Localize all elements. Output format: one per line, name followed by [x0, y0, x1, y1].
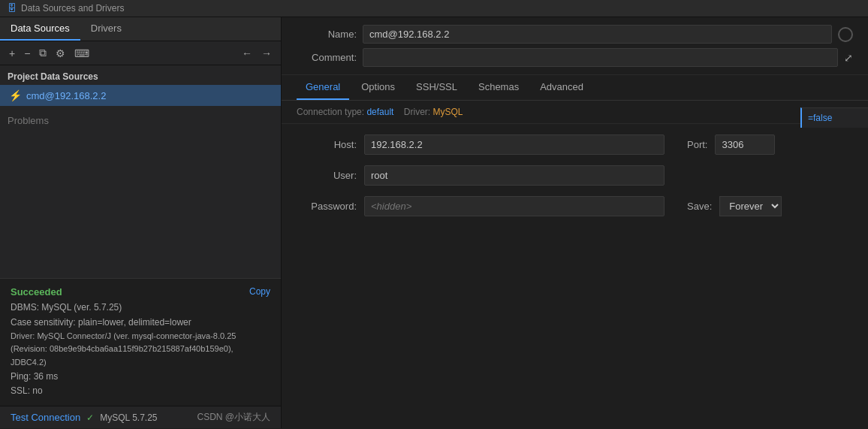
host-input[interactable]	[364, 134, 665, 155]
user-input[interactable]	[364, 165, 665, 186]
tab-schemas[interactable]: Schemas	[469, 75, 528, 100]
save-select[interactable]: Forever	[719, 196, 782, 216]
tab-drivers[interactable]: Drivers	[80, 17, 132, 41]
problems-section: Problems	[0, 106, 281, 135]
form-header: Name: Comment: ⤢	[282, 17, 868, 75]
window-title-bar: 🗄 Data Sources and Drivers	[0, 0, 868, 17]
case-sensitivity-line: Case sensitivity: plain=lower, delimited…	[11, 316, 270, 330]
left-tabs: Data Sources Drivers	[0, 17, 281, 41]
tab-ssh-ssl[interactable]: SSH/SSL	[407, 75, 466, 100]
project-data-sources-header: Project Data Sources	[0, 65, 281, 85]
host-row: Host: Port:	[297, 134, 853, 155]
nav-buttons: ← →	[239, 46, 275, 61]
succeeded-label: Succeeded	[11, 286, 62, 298]
tab-data-sources[interactable]: Data Sources	[0, 17, 80, 41]
fields-area: Host: Port: User: Password: Save: For	[282, 124, 868, 227]
driver-line: Driver: MySQL Connector/J (ver. mysql-co…	[11, 330, 270, 370]
password-input[interactable]	[364, 196, 665, 216]
back-button[interactable]: ←	[239, 46, 255, 61]
conn-type-value[interactable]: default	[366, 107, 393, 117]
window-title: Data Sources and Drivers	[21, 3, 124, 14]
tab-advanced[interactable]: Advanced	[531, 75, 592, 100]
comment-input[interactable]	[363, 48, 838, 67]
problems-label: Problems	[8, 115, 49, 126]
name-input[interactable]	[363, 25, 832, 44]
export-button[interactable]: ⌨	[71, 46, 92, 61]
expand-button[interactable]: ⤢	[844, 52, 853, 64]
test-connection-bar: Test Connection ✓ MySQL 5.7.25 CSDN @小诺大…	[0, 406, 281, 428]
name-label: Name:	[297, 29, 357, 40]
advanced-false-value: =false	[808, 113, 832, 123]
test-connection-button[interactable]: Test Connection	[11, 412, 80, 423]
forward-button[interactable]: →	[258, 46, 275, 61]
add-button[interactable]: +	[6, 46, 18, 61]
password-label: Password:	[297, 201, 357, 212]
comment-label: Comment:	[297, 52, 357, 63]
remove-button[interactable]: −	[21, 46, 33, 61]
user-label: User:	[297, 170, 357, 181]
dbms-line: DBMS: MySQL (ver. 5.7.25)	[11, 301, 270, 315]
data-source-label: cmd@192.168.2.2	[26, 90, 106, 101]
tab-general[interactable]: General	[297, 75, 349, 100]
port-label: Port:	[687, 139, 707, 150]
watermark: CSDN @小诺大人	[197, 411, 270, 424]
left-panel: Data Sources Drivers + − ⧉ ⚙ ⌨ ← → Proje…	[0, 17, 282, 428]
right-panel: Name: Comment: ⤢ General Options SSH/SSL…	[282, 17, 868, 428]
conn-info-bar: Connection type: default Driver: MySQL	[282, 101, 868, 124]
check-icon: ✓	[86, 412, 94, 423]
right-tabs: General Options SSH/SSL Schemas Advanced	[282, 75, 868, 101]
ssl-line: SSL: no	[11, 384, 270, 398]
ping-line: Ping: 36 ms	[11, 370, 270, 384]
main-layout: Data Sources Drivers + − ⧉ ⚙ ⌨ ← → Proje…	[0, 17, 868, 428]
settings-button[interactable]: ⚙	[53, 46, 68, 61]
user-row: User:	[297, 165, 853, 186]
port-input[interactable]	[715, 134, 775, 155]
comment-row: Comment: ⤢	[297, 48, 853, 67]
bottom-panel: Succeeded Copy DBMS: MySQL (ver. 5.7.25)…	[0, 278, 281, 406]
conn-type-prefix: Connection type:	[297, 107, 364, 117]
db-connection-icon: ⚡	[9, 89, 22, 101]
data-source-item[interactable]: ⚡ cmd@192.168.2.2	[0, 85, 281, 106]
name-row: Name:	[297, 25, 853, 44]
db-icon: 🗄	[8, 3, 17, 14]
copy-button-bottom[interactable]: Copy	[249, 286, 270, 297]
spinner-button[interactable]	[838, 27, 853, 42]
password-row: Password: Save: Forever	[297, 196, 853, 216]
driver-value[interactable]: MySQL	[432, 107, 463, 117]
tab-options[interactable]: Options	[352, 75, 404, 100]
toolbar: + − ⧉ ⚙ ⌨ ← →	[0, 41, 281, 65]
right-wrapper: Name: Comment: ⤢ General Options SSH/SSL…	[282, 17, 868, 428]
driver-prefix: Driver:	[404, 107, 430, 117]
host-label: Host:	[297, 139, 357, 150]
copy-button[interactable]: ⧉	[36, 45, 50, 61]
advanced-overlay: =false	[800, 107, 868, 128]
mysql-version-label: MySQL 5.7.25	[100, 412, 157, 423]
save-label: Save:	[687, 201, 712, 212]
